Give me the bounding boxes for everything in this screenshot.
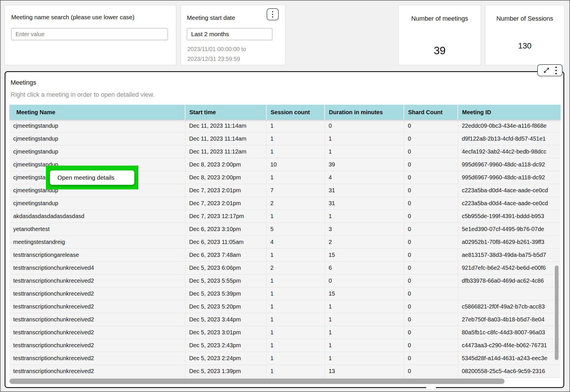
cell-shard-count: 0 [404,249,458,261]
column-header-meeting-name[interactable]: Meeting Name [9,105,185,120]
kpi-sessions-label: Number of Sessions [485,15,564,22]
cell-duration-in-minutes: 6 [325,262,404,274]
cell-start-time: Dec 6, 2023 3:10pm [185,223,267,235]
cell-shard-count: 0 [404,210,458,222]
cell-meeting-id: 5345d28f-a14d-4631-a243-eec3e [458,352,561,364]
cell-shard-count: 0 [404,326,458,339]
cell-shard-count: 0 [404,184,458,197]
table-row[interactable]: testtranscriptionchunkreceived2Dec 5, 20… [9,352,561,365]
cell-meeting-name: testtranscriptionchunkreceived2 [9,300,185,313]
cell-meeting-id: 80a5fb1c-c8fc-44d3-8007-96a03 [458,326,561,339]
cell-start-time: Dec 7, 2023 12:17pm [185,210,267,222]
column-header-session-count[interactable]: Session count [267,105,325,120]
cell-shard-count: 0 [404,352,458,364]
cell-start-time: Dec 5, 2023 5:39pm [185,288,267,300]
table-row[interactable]: testtranscriptionchunkreceived4Dec 5, 20… [9,262,561,275]
table-row[interactable]: cjmeetingstandupDec 7, 2023 2:01pm2310c2… [9,197,561,210]
cell-start-time: Dec 5, 2023 3:01pm [185,326,267,339]
cell-start-time: Dec 11, 2023 11:12am [185,145,267,158]
cell-duration-in-minutes: 15 [325,249,404,261]
start-date-select[interactable]: Last 2 months [187,28,272,40]
open-meeting-details-item[interactable]: Open meeting details [57,174,114,181]
table-row[interactable]: cjmeetingstandupDec 11, 2023 11:14am1002… [9,120,561,133]
cell-duration-in-minutes: 0 [325,120,404,132]
context-menu-highlight: Open meeting details [46,166,138,189]
cell-session-count: 10 [267,158,325,171]
table-row[interactable]: yetanothertestDec 6, 2023 3:10pm5305e1ed… [9,223,561,236]
cell-meeting-name: testtranscriptiongarelease [9,249,185,261]
table-row[interactable]: cjmeetingstandupDec 11, 2023 11:14am110d… [9,133,561,145]
table-row[interactable]: akdasdasdasdadasdasdasdDec 7, 2023 12:17… [9,210,561,223]
cell-meeting-id: c5866821-2f0f-49a2-b7cb-acc83 [458,300,561,313]
cell-meeting-name: testtranscriptionchunkreceived2 [9,352,185,364]
column-header-duration-in-minutes[interactable]: Duration in minutes [325,105,404,120]
date-range-line1: 2023/11/01 00:00:00 to [187,44,246,54]
cell-session-count: 2 [267,262,325,274]
table-row[interactable]: testtranscriptionchunkreceived2Dec 5, 20… [9,288,561,300]
table-row[interactable]: testtranscriptionchunkreceived2Dec 5, 20… [9,326,561,339]
cell-start-time: Dec 5, 2023 2:24pm [185,352,267,364]
cell-session-count: 1 [267,171,325,184]
cell-shard-count: 0 [404,223,458,235]
vertical-scrollbar[interactable] [555,265,559,360]
name-search-input[interactable] [11,28,168,40]
cell-meeting-id: 995d6967-9960-48dc-a118-dc92 [458,171,561,184]
cell-shard-count: 0 [404,288,458,300]
cell-duration-in-minutes: 1 [325,145,404,158]
panel-menu-button[interactable] [555,67,557,74]
start-date-menu-button[interactable] [267,8,279,20]
panel-subtitle: Right click a meeting in order to open d… [11,91,154,98]
table-row[interactable]: testtranscriptiongareleaseDec 6, 2023 7:… [9,249,561,262]
cell-start-time: Dec 8, 2023 2:00pm [185,171,267,184]
table-row[interactable]: testtranscriptionchunkreceived2Dec 5, 20… [9,300,561,313]
cell-shard-count: 0 [404,197,458,209]
cell-meeting-name: cjmeetingstandup [9,133,185,145]
cell-session-count: 4 [267,236,325,248]
cell-session-count: 1 [267,288,325,300]
kpi-number-of-meetings: Number of meetings 39 [398,5,481,65]
cell-meeting-id: c223a5ba-d0d4-4ace-aade-ce0cd [458,197,561,209]
cell-start-time: Dec 6, 2023 7:48am [185,249,267,261]
column-header-start-time[interactable]: Start time [185,105,267,120]
column-header-shard-count[interactable]: Shard Count [404,105,458,120]
cell-shard-count: 0 [404,145,458,158]
table-row[interactable]: cjmeetingstandupDec 11, 2023 11:12am1104… [9,145,561,158]
meetings-panel: Meetings Right click a meeting in order … [5,71,564,388]
cell-duration-in-minutes: 0 [325,275,404,287]
table-row[interactable]: testtranscriptionchunkreceived2Dec 5, 20… [9,275,561,288]
kpi-sessions-value: 130 [485,41,564,51]
cell-meeting-name: meetingstestandreig [9,236,185,248]
cell-duration-in-minutes: 13 [325,365,404,377]
horizontal-scrollbar[interactable] [9,379,505,384]
cell-shard-count: 0 [404,339,458,352]
cell-shard-count: 0 [404,262,458,274]
cell-start-time: Dec 11, 2023 11:14am [185,133,267,145]
panel-toolbar [537,64,563,76]
cell-duration-in-minutes: 1 [325,326,404,339]
cell-duration-in-minutes: 31 [325,184,404,197]
cell-duration-in-minutes: 2 [325,236,404,248]
cell-shard-count: 0 [404,365,458,377]
cell-meeting-id: c4473aa3-c290-4f4e-b062-76731 [458,339,561,352]
cell-meeting-name: testtranscriptionchunkreceived2 [9,339,185,352]
cell-duration-in-minutes: 39 [325,158,404,171]
cell-start-time: Dec 7, 2023 2:01pm [185,197,267,209]
cell-duration-in-minutes: 1 [325,313,404,326]
cell-start-time: Dec 11, 2023 11:14am [185,120,267,132]
cell-meeting-name: testtranscriptionchunkreceived2 [9,288,185,300]
cell-meeting-name: testtranscriptionchunkreceived2 [9,326,185,339]
cell-shard-count: 0 [404,171,458,184]
table-row[interactable]: testtranscriptionchunkreceived2Dec 5, 20… [9,339,561,352]
cell-start-time: Dec 5, 2023 6:06pm [185,262,267,274]
cell-duration-in-minutes: 1 [325,300,404,313]
cell-meeting-id: 08200558-25c5-4ac6-9c59-2316 [458,365,561,377]
cell-duration-in-minutes: 1 [325,210,404,222]
cell-meeting-id: 5e1ed390-07cf-4495-9b76-07de [458,223,561,235]
table-row[interactable]: meetingstestandreigDec 6, 2023 11:05am42… [9,236,561,249]
panel-resize-handle[interactable] [426,386,436,389]
table-row[interactable]: testtranscriptionchunkreceived2Dec 5, 20… [9,313,561,326]
table-row[interactable]: testtranscriptionchunkreceived2Dec 5, 20… [9,365,561,378]
expand-button[interactable] [543,67,550,74]
column-header-meeting-id[interactable]: Meeting ID [458,105,561,120]
cell-duration-in-minutes: 1 [325,339,404,352]
